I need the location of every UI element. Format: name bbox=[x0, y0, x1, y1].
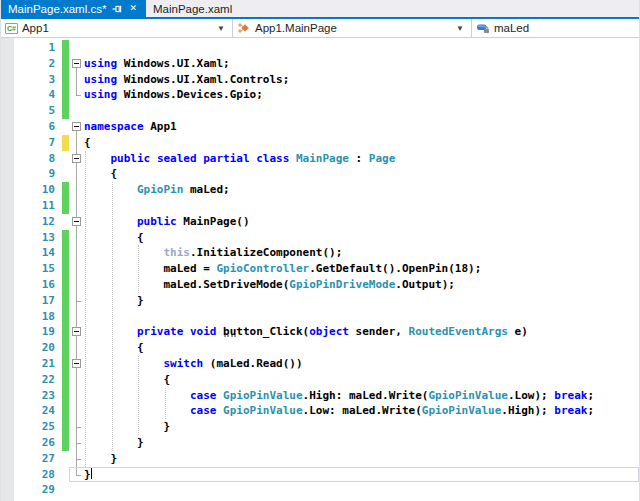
code-line[interactable]: 16 maLed.SetDriveMode(GpioPinDriveMode.O… bbox=[1, 277, 639, 293]
code-text: { bbox=[84, 135, 639, 151]
code-line[interactable]: 28} bbox=[1, 467, 639, 483]
code-line[interactable]: 24 case GpioPinValue.Low: maLed.Write(Gp… bbox=[1, 403, 639, 419]
code-text bbox=[84, 40, 639, 56]
tab-mainpage-xaml[interactable]: MainPage.xaml bbox=[146, 0, 245, 17]
line-number: 22 bbox=[14, 372, 62, 388]
fold-collapse-toggle[interactable] bbox=[72, 122, 81, 131]
line-number: 14 bbox=[14, 245, 62, 261]
fold-collapse-toggle[interactable] bbox=[72, 327, 81, 336]
dropdown-arrow-icon[interactable]: ▼ bbox=[456, 24, 467, 33]
code-line[interactable]: 9 { bbox=[1, 166, 639, 182]
change-indicator bbox=[62, 277, 69, 293]
code-line[interactable]: 21 switch (maLed.Read()) bbox=[1, 356, 639, 372]
code-line[interactable]: 23 case GpioPinValue.High: maLed.Write(G… bbox=[1, 388, 639, 404]
code-text: using Windows.UI.Xaml.Controls; bbox=[84, 72, 639, 88]
fold-collapse-toggle[interactable] bbox=[72, 59, 81, 68]
code-line[interactable]: 2using Windows.UI.Xaml; bbox=[1, 56, 639, 72]
code-text: private void button_Click(object sender,… bbox=[84, 324, 639, 340]
change-margin bbox=[62, 119, 69, 135]
outlining-margin bbox=[69, 277, 84, 293]
outlining-margin bbox=[69, 151, 84, 167]
line-number: 23 bbox=[14, 388, 62, 404]
tab-mainpage-xaml-cs[interactable]: MainPage.xaml.cs* ✕ bbox=[1, 0, 146, 17]
code-text: this.InitializeComponent(); bbox=[84, 245, 639, 261]
code-line[interactable]: 6namespace App1 bbox=[1, 119, 639, 135]
fold-collapse-toggle[interactable] bbox=[72, 217, 81, 226]
outlining-margin bbox=[69, 419, 84, 435]
code-text bbox=[84, 198, 639, 214]
code-line[interactable]: 7{ bbox=[1, 135, 639, 151]
code-line[interactable]: 22 { bbox=[1, 372, 639, 388]
code-line[interactable]: 4using Windows.Devices.Gpio; bbox=[1, 87, 639, 103]
change-indicator bbox=[62, 435, 69, 451]
change-indicator bbox=[62, 182, 69, 198]
code-text bbox=[84, 103, 639, 119]
line-number: 6 bbox=[14, 119, 62, 135]
code-text: GpioPin maLed; bbox=[84, 182, 639, 198]
code-line[interactable]: 20 { bbox=[1, 340, 639, 356]
outlining-margin bbox=[69, 467, 84, 483]
outlining-margin bbox=[69, 103, 84, 119]
code-line[interactable]: 26 } bbox=[1, 435, 639, 451]
member-dropdown[interactable]: maLed bbox=[471, 19, 639, 37]
change-indicator bbox=[62, 340, 69, 356]
code-line[interactable]: 18 bbox=[1, 309, 639, 325]
outlining-margin bbox=[69, 40, 84, 56]
code-text bbox=[84, 482, 639, 498]
code-lines: 12using Windows.UI.Xaml;3using Windows.U… bbox=[1, 38, 639, 498]
pin-icon[interactable] bbox=[112, 4, 122, 14]
outlining-margin bbox=[69, 72, 84, 88]
change-indicator bbox=[62, 198, 69, 214]
change-margin bbox=[62, 482, 69, 498]
close-icon[interactable]: ✕ bbox=[127, 3, 139, 14]
code-text: { bbox=[84, 230, 639, 246]
line-number: 26 bbox=[14, 435, 62, 451]
code-line[interactable]: 17 } bbox=[1, 293, 639, 309]
code-line[interactable]: 8 public sealed partial class MainPage :… bbox=[1, 151, 639, 167]
outlining-margin bbox=[69, 388, 84, 404]
line-number: 2 bbox=[14, 56, 62, 72]
outlining-margin bbox=[69, 482, 84, 498]
code-editor[interactable]: 12using Windows.UI.Xaml;3using Windows.U… bbox=[1, 38, 639, 501]
change-margin bbox=[62, 467, 69, 483]
outlining-margin bbox=[69, 372, 84, 388]
line-number: 9 bbox=[14, 166, 62, 182]
code-line[interactable]: 15 maLed = GpioController.GetDefault().O… bbox=[1, 261, 639, 277]
line-number: 12 bbox=[14, 214, 62, 230]
code-text: maLed = GpioController.GetDefault().Open… bbox=[84, 261, 639, 277]
outlining-margin bbox=[69, 403, 84, 419]
code-line[interactable]: 27 } bbox=[1, 451, 639, 467]
outlining-margin bbox=[69, 87, 84, 103]
line-number: 10 bbox=[14, 182, 62, 198]
code-line[interactable]: 12 public MainPage() bbox=[1, 214, 639, 230]
outlining-margin bbox=[69, 451, 84, 467]
dropdown-arrow-icon[interactable]: ▼ bbox=[217, 24, 228, 33]
outlining-margin bbox=[69, 166, 84, 182]
code-line[interactable]: 19 private void button_Click(object send… bbox=[1, 324, 639, 340]
document-tab-bar: MainPage.xaml.cs* ✕ MainPage.xaml bbox=[1, 0, 639, 19]
code-line[interactable]: 14 this.InitializeComponent(); bbox=[1, 245, 639, 261]
change-indicator bbox=[62, 103, 69, 119]
code-text: public sealed partial class MainPage : P… bbox=[84, 151, 639, 167]
code-line[interactable]: 13 { bbox=[1, 230, 639, 246]
code-line[interactable]: 29 bbox=[1, 482, 639, 498]
fold-collapse-toggle[interactable] bbox=[72, 359, 81, 368]
line-number: 21 bbox=[14, 356, 62, 372]
navigation-bar: C# App1 ▼ App1.MainPage ▼ bbox=[1, 19, 639, 38]
private-field-icon bbox=[476, 22, 490, 34]
change-indicator bbox=[62, 372, 69, 388]
type-dropdown[interactable]: App1.MainPage ▼ bbox=[232, 19, 471, 37]
project-dropdown[interactable]: C# App1 ▼ bbox=[1, 19, 232, 37]
code-line[interactable]: 3using Windows.UI.Xaml.Controls; bbox=[1, 72, 639, 88]
code-line[interactable]: 1 bbox=[1, 40, 639, 56]
code-line[interactable]: 5 bbox=[1, 103, 639, 119]
outlining-margin bbox=[69, 245, 84, 261]
tab-label: MainPage.xaml.cs* bbox=[8, 3, 112, 15]
code-line[interactable]: 11 bbox=[1, 198, 639, 214]
code-line[interactable]: 10 GpioPin maLed; bbox=[1, 182, 639, 198]
outlining-margin bbox=[69, 230, 84, 246]
code-text: } bbox=[84, 435, 639, 451]
fold-collapse-toggle[interactable] bbox=[72, 154, 81, 163]
change-margin bbox=[62, 451, 69, 467]
code-line[interactable]: 25 } bbox=[1, 419, 639, 435]
